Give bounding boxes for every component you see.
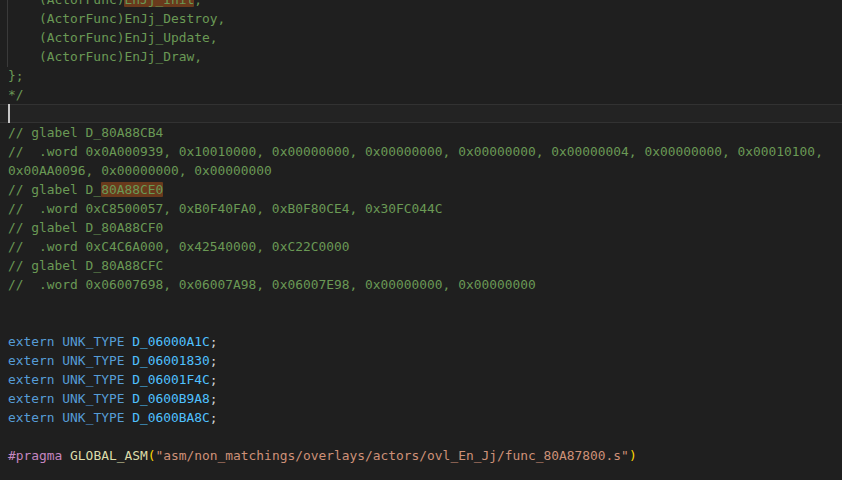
code-token: D_06001830	[132, 353, 210, 368]
code-line[interactable]: // .word 0x0A000939, 0x10010000, 0x00000…	[0, 142, 842, 161]
code-line[interactable]: // glabel D_80A88CFC	[0, 256, 842, 275]
code-token	[62, 448, 70, 463]
code-token: ;	[210, 353, 218, 368]
code-line[interactable]: // .word 0x06007698, 0x06007A98, 0x06007…	[0, 275, 842, 294]
code-token: D_0600B9A8	[132, 391, 210, 406]
code-line[interactable]: // glabel D_80A88CE0	[0, 180, 842, 199]
code-token: (ActorFunc)EnJj_Draw,	[8, 49, 202, 64]
code-token: (ActorFunc)	[8, 0, 124, 7]
code-token: 0x00AA0096, 0x00000000, 0x00000000	[8, 163, 272, 178]
code-token: extern	[8, 353, 55, 368]
code-line[interactable]	[0, 465, 842, 480]
code-line[interactable]: #pragma GLOBAL_ASM("asm/non_matchings/ov…	[0, 446, 842, 465]
code-line[interactable]: };	[0, 66, 842, 85]
code-line[interactable]	[0, 427, 842, 446]
code-token: // glabel D_80A88CF0	[8, 220, 163, 235]
text-cursor	[8, 104, 10, 123]
code-token: ;	[210, 391, 218, 406]
code-line[interactable]: // .word 0xC8500057, 0xB0F40FA0, 0xB0F80…	[0, 199, 842, 218]
code-line[interactable]: extern UNK_TYPE D_0600B9A8;	[0, 389, 842, 408]
code-token: ;	[210, 334, 218, 349]
code-token: (ActorFunc)EnJj_Update,	[8, 30, 218, 45]
code-token: extern	[8, 410, 55, 425]
code-token: // glabel D_80A88CFC	[8, 258, 163, 273]
code-line[interactable]	[0, 294, 842, 313]
code-line-current[interactable]	[0, 104, 842, 123]
code-line[interactable]: (ActorFunc)EnJj_Destroy,	[0, 9, 842, 28]
code-token: // .word 0xC8500057, 0xB0F40FA0, 0xB0F80…	[8, 201, 443, 216]
match-highlight: EnJj_Init	[124, 0, 194, 7]
match-highlight: 80A88CE0	[101, 182, 163, 197]
code-token: UNK_TYPE	[62, 334, 124, 349]
code-line[interactable]: extern UNK_TYPE D_0600BA8C;	[0, 408, 842, 427]
code-token: // .word 0x06007698, 0x06007A98, 0x06007…	[8, 277, 536, 292]
code-token: ,	[194, 0, 202, 7]
code-token: */	[8, 87, 24, 102]
code-line[interactable]: // glabel D_80A88CB4	[0, 123, 842, 142]
code-line[interactable]: (ActorFunc)EnJj_Draw,	[0, 47, 842, 66]
code-token: };	[8, 68, 24, 83]
code-line[interactable]: // .word 0xC4C6A000, 0x42540000, 0xC22C0…	[0, 237, 842, 256]
code-token: #pragma	[8, 448, 62, 463]
code-line[interactable]: extern UNK_TYPE D_06000A1C;	[0, 332, 842, 351]
code-token: // .word 0x0A000939, 0x10010000, 0x00000…	[8, 144, 823, 159]
code-token: D_06000A1C	[132, 334, 210, 349]
code-token: UNK_TYPE	[62, 372, 124, 387]
code-token: (ActorFunc)EnJj_Destroy,	[8, 11, 225, 26]
code-token: ;	[210, 372, 218, 387]
code-token: GLOBAL_ASM	[70, 448, 148, 463]
code-token: // glabel D_80A88CB4	[8, 125, 163, 140]
code-line[interactable]: */	[0, 85, 842, 104]
code-token: D_06001F4C	[132, 372, 210, 387]
code-editor[interactable]: (ActorFunc)EnJj_Init, (ActorFunc)EnJj_De…	[0, 0, 842, 480]
code-token: extern	[8, 334, 55, 349]
code-line[interactable]: (ActorFunc)EnJj_Init,	[0, 0, 842, 9]
code-area[interactable]: (ActorFunc)EnJj_Init, (ActorFunc)EnJj_De…	[0, 0, 842, 480]
code-line[interactable]: 0x00AA0096, 0x00000000, 0x00000000	[0, 161, 842, 180]
code-token: D_0600BA8C	[132, 410, 210, 425]
code-token: // .word 0xC4C6A000, 0x42540000, 0xC22C0…	[8, 239, 349, 254]
code-token: extern	[8, 391, 55, 406]
code-token: UNK_TYPE	[62, 391, 124, 406]
code-token: UNK_TYPE	[62, 353, 124, 368]
code-token: UNK_TYPE	[62, 410, 124, 425]
code-token: // glabel D_	[8, 182, 101, 197]
code-token: extern	[8, 372, 55, 387]
code-line[interactable]: extern UNK_TYPE D_06001830;	[0, 351, 842, 370]
code-token: "asm/non_matchings/overlays/actors/ovl_E…	[155, 448, 628, 463]
code-line[interactable]: extern UNK_TYPE D_06001F4C;	[0, 370, 842, 389]
code-token: ;	[210, 410, 218, 425]
code-token: )	[629, 448, 637, 463]
code-line[interactable]: // glabel D_80A88CF0	[0, 218, 842, 237]
code-line[interactable]	[0, 313, 842, 332]
code-line[interactable]: (ActorFunc)EnJj_Update,	[0, 28, 842, 47]
